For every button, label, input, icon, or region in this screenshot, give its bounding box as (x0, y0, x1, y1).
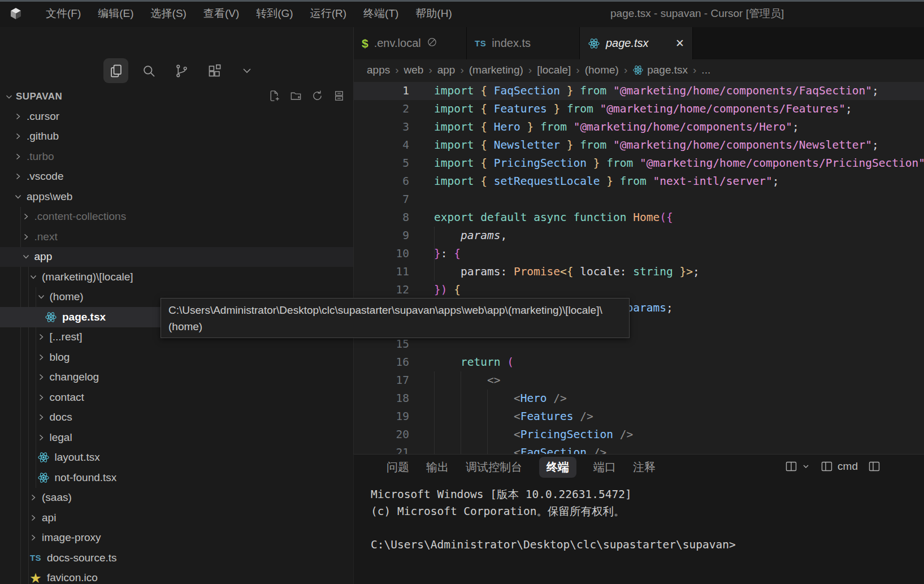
tree-item-contact[interactable]: contact (0, 387, 353, 408)
breadcrumb-web[interactable]: web (404, 64, 424, 76)
terminal-panel-icon[interactable] (820, 460, 834, 473)
tree-item-app[interactable]: app (0, 247, 353, 267)
terminal-output[interactable]: Microsoft Windows [版本 10.0.22631.5472](c… (371, 486, 736, 553)
code-line-8[interactable]: 8export default async function Home({ (354, 209, 924, 227)
extensions-icon[interactable] (202, 58, 227, 83)
panel-tab-item[interactable]: 调试控制台 (466, 460, 522, 475)
source-control-icon[interactable] (169, 58, 194, 83)
breadcrumb-marketing[interactable]: (marketing) (469, 64, 523, 76)
menu-s[interactable]: 选择(S) (142, 0, 195, 27)
tab-env-local[interactable]: $.env.local (354, 27, 467, 59)
files-icon[interactable] (103, 58, 128, 83)
code-text: import { PricingSection } from "@marketi… (409, 154, 924, 172)
tree-item-layout-tsx[interactable]: layout.tsx (0, 448, 353, 468)
tree-item-image-proxy[interactable]: image-proxy (0, 528, 353, 548)
tree-item-apps-web[interactable]: apps\web (0, 187, 353, 207)
breadcrumb-app[interactable]: app (437, 64, 456, 76)
menu-t[interactable]: 终端(T) (355, 0, 407, 27)
tree-item-vscode[interactable]: .vscode (0, 167, 353, 187)
breadcrumb-file[interactable]: page.tsx (647, 64, 688, 76)
chevron-down-icon[interactable] (235, 58, 259, 83)
chevron-right-icon (29, 513, 38, 522)
breadcrumb-locale[interactable]: [locale] (537, 64, 571, 76)
menu-h[interactable]: 帮助(H) (407, 0, 460, 27)
code-line-18[interactable]: 18 <Hero /> (354, 390, 924, 408)
collapse-all-icon[interactable] (332, 89, 345, 102)
code-line-10[interactable]: 10}: { (354, 245, 924, 263)
code-text: <Features /> (409, 408, 593, 426)
panel-tab-item[interactable]: 问题 (387, 460, 409, 475)
code-line-17[interactable]: 17 <> (354, 371, 924, 390)
code-line-2[interactable]: 2import { Features } from "@marketing/ho… (354, 100, 924, 118)
code-line-7[interactable]: 7 (354, 191, 924, 209)
tree-item-label: legal (50, 431, 72, 444)
code-line-19[interactable]: 19 <Features /> (354, 408, 924, 426)
explorer-actions (268, 89, 345, 102)
menu-f[interactable]: 文件(F) (37, 0, 89, 27)
chevron-right-icon (29, 493, 38, 502)
code-line-5[interactable]: 5import { PricingSection } from "@market… (354, 154, 924, 172)
terminal-line: C:\Users\Administrator\Desktop\clc\supas… (371, 537, 736, 553)
code-line-9[interactable]: 9 params, (354, 227, 924, 245)
tab-page-tsx[interactable]: page.tsx✕ (580, 27, 693, 59)
code-line-3[interactable]: 3import { Hero } from "@marketing/home/c… (354, 118, 924, 136)
new-file-icon[interactable] (268, 89, 281, 102)
code-line-16[interactable]: 16 return ( (354, 353, 924, 371)
tree-item-docs-source-ts[interactable]: TSdocs-source.ts (0, 548, 353, 568)
breadcrumb-apps[interactable]: apps (367, 64, 390, 76)
code-text: <Hero /> (409, 390, 567, 408)
breadcrumb-home[interactable]: (home) (585, 64, 619, 76)
code-line-20[interactable]: 20 <PricingSection /> (354, 426, 924, 444)
close-icon[interactable]: ✕ (675, 37, 684, 50)
code-line-11[interactable]: 11 params: Promise<{ locale: string }>; (354, 263, 924, 281)
menu-e[interactable]: 编辑(E) (89, 0, 142, 27)
maximize-panel-icon[interactable] (867, 460, 881, 473)
new-folder-icon[interactable] (289, 89, 302, 102)
tree-item-label: docs (50, 411, 72, 423)
tree-item-label: (marketing)\[locale] (42, 271, 133, 283)
menu-r[interactable]: 运行(R) (302, 0, 355, 27)
chevron-down-icon[interactable] (5, 92, 14, 101)
breadcrumb-trailing[interactable]: ... (701, 64, 710, 76)
code-editor[interactable]: 1import { FaqSection } from "@marketing/… (354, 80, 924, 454)
panel-tab-item[interactable]: 终端 (539, 457, 576, 478)
code-line-21[interactable]: 21 <FaqSection /> (354, 444, 924, 454)
explorer-title[interactable]: SUPAVAN (16, 91, 62, 102)
code-line-4[interactable]: 4import { Newsletter } from "@marketing/… (354, 136, 924, 154)
tree-item-api[interactable]: api (0, 508, 353, 528)
code-line-6[interactable]: 6import { setRequestLocale } from "next-… (354, 172, 924, 191)
tree-item-saas[interactable]: (saas) (0, 488, 353, 508)
tree-item-label: contact (50, 391, 84, 404)
code-line-1[interactable]: 1import { FaqSection } from "@marketing/… (354, 82, 924, 100)
panel-tab-item[interactable]: 注释 (633, 460, 656, 475)
tree-item-turbo[interactable]: .turbo (0, 146, 353, 167)
tree-item-next[interactable]: .next (0, 227, 353, 247)
shell-label[interactable]: cmd (838, 460, 858, 473)
dollar-icon: $ (362, 37, 368, 50)
code-line-12[interactable]: 12}) { (354, 281, 924, 299)
menu-v[interactable]: 查看(V) (195, 0, 248, 27)
chevron-down-icon[interactable] (802, 462, 810, 470)
tree-item-docs[interactable]: docs (0, 408, 353, 428)
split-terminal-icon[interactable] (784, 460, 798, 473)
tree-item-content-collections[interactable]: .content-collections (0, 207, 353, 227)
tree-item-legal[interactable]: legal (0, 427, 353, 448)
tree-item-cursor[interactable]: .cursor (0, 106, 353, 127)
tree-item-changelog[interactable]: changelog (0, 367, 353, 388)
tree-item-favicon-ico[interactable]: ★favicon.ico (0, 568, 353, 584)
tree-item-blog[interactable]: blog (0, 347, 353, 367)
code-text: import { Features } from "@marketing/hom… (409, 100, 852, 118)
panel-tab-item[interactable]: 输出 (426, 460, 449, 475)
panel-tab-item[interactable]: 端口 (593, 460, 616, 475)
tree-item-github[interactable]: .github (0, 127, 353, 147)
tree-item-not-found-tsx[interactable]: not-found.tsx (0, 468, 353, 488)
tree-item-marketing-locale[interactable]: (marketing)\[locale] (0, 267, 353, 287)
refresh-icon[interactable] (311, 89, 324, 102)
chevron-right-icon (37, 332, 46, 341)
menu-g[interactable]: 转到(G) (248, 0, 301, 27)
app-window: 文件(F)编辑(E)选择(S)查看(V)转到(G)运行(R)终端(T)帮助(H)… (0, 0, 924, 584)
search-icon[interactable] (136, 58, 161, 83)
tab-index-ts[interactable]: TSindex.ts (467, 27, 580, 59)
gitignored-icon (427, 37, 437, 50)
bottom-panel: 问题输出调试控制台终端端口注释 cmd Microsoft Windows [版… (353, 454, 924, 584)
